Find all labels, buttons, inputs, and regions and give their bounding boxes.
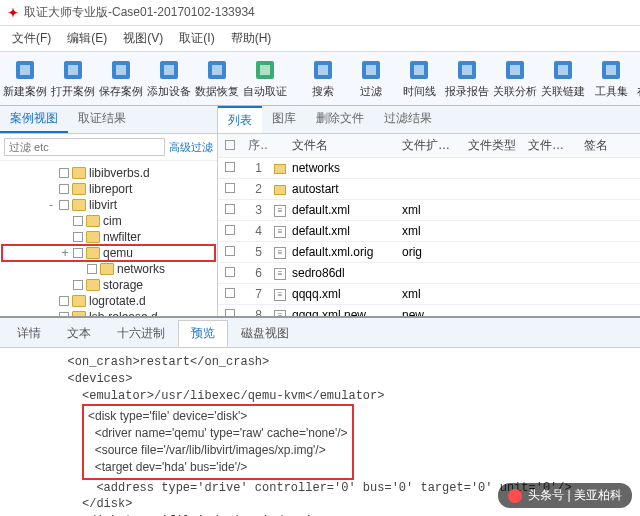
table-row[interactable]: 6≡sedro86dl — [218, 263, 640, 284]
tree-node[interactable]: libreport — [2, 181, 215, 197]
folder-icon — [274, 164, 286, 174]
file-table: 序号 文件名 文件扩展名 文件类型 文件分类 签名 1networks2auto… — [218, 134, 640, 316]
link-build-button[interactable]: 关联链建 — [540, 56, 586, 101]
bottom-tab[interactable]: 预览 — [178, 320, 228, 347]
row-checkbox[interactable] — [225, 225, 235, 235]
col-name[interactable]: 文件名 — [286, 134, 396, 157]
tree-node[interactable]: +qemu — [2, 245, 215, 261]
search-button[interactable]: 搜索 — [300, 56, 346, 101]
window-title: 取证大师专业版-Case01-20170102-133934 — [24, 4, 255, 21]
table-row[interactable]: 2autostart — [218, 179, 640, 200]
table-header: 序号 文件名 文件扩展名 文件类型 文件分类 签名 — [218, 134, 640, 158]
menu-item[interactable]: 帮助(H) — [225, 28, 278, 49]
checkbox-icon[interactable] — [73, 280, 83, 290]
bottom-tab[interactable]: 详情 — [4, 320, 54, 347]
watermark-text: 头条号 | 美亚柏科 — [528, 487, 622, 504]
file-icon: ≡ — [274, 226, 286, 238]
folder-icon — [72, 167, 86, 179]
filter-button[interactable]: 过滤 — [348, 56, 394, 101]
menu-item[interactable]: 文件(F) — [6, 28, 57, 49]
timeline-button[interactable]: 时间线 — [396, 56, 442, 101]
row-checkbox[interactable] — [225, 183, 235, 193]
tree-node[interactable]: libibverbs.d — [2, 165, 215, 181]
row-checkbox[interactable] — [225, 288, 235, 298]
bottom-tab[interactable]: 磁盘视图 — [228, 320, 302, 347]
link-analysis-button[interactable]: 关联分析 — [492, 56, 538, 101]
table-row[interactable]: 3≡default.xmlxml — [218, 200, 640, 221]
checkbox-icon[interactable] — [59, 200, 69, 210]
right-tab[interactable]: 图库 — [262, 106, 306, 133]
svg-rect-15 — [366, 65, 376, 75]
app-logo-icon: ✦ — [8, 6, 18, 20]
bookmark-button[interactable]: 报录报告 — [444, 56, 490, 101]
file-icon: ≡ — [274, 247, 286, 259]
row-checkbox[interactable] — [225, 204, 235, 214]
row-checkbox[interactable] — [225, 246, 235, 256]
advanced-filter-link[interactable]: 高级过滤 — [169, 140, 213, 155]
right-tab[interactable]: 过滤结果 — [374, 106, 442, 133]
col-cat[interactable]: 文件分类 — [522, 134, 578, 157]
checkbox-icon[interactable] — [73, 232, 83, 242]
data-recovery-button[interactable]: 数据恢复 — [194, 56, 240, 101]
online-help-button[interactable]: 在线帮助 — [636, 56, 640, 101]
right-tab[interactable]: 列表 — [218, 106, 262, 133]
tree-node[interactable]: networks — [2, 261, 215, 277]
table-row[interactable]: 4≡default.xmlxml — [218, 221, 640, 242]
folder-icon — [274, 185, 286, 195]
toolset-button[interactable]: 工具集 — [588, 56, 634, 101]
checkbox-icon[interactable] — [59, 312, 69, 316]
folder-tree[interactable]: libibverbs.dlibreport-libvirtcimnwfilter… — [0, 161, 217, 316]
col-type[interactable]: 文件类型 — [462, 134, 522, 157]
header-checkbox[interactable] — [225, 140, 235, 150]
save-case-button[interactable]: 保存案例 — [98, 56, 144, 101]
table-row[interactable]: 1networks — [218, 158, 640, 179]
col-sig[interactable]: 签名 — [578, 134, 618, 157]
checkbox-icon[interactable] — [59, 184, 69, 194]
tree-node[interactable]: nwfilter — [2, 229, 215, 245]
row-checkbox[interactable] — [225, 267, 235, 277]
checkbox-icon[interactable] — [73, 248, 83, 258]
svg-rect-13 — [318, 65, 328, 75]
new-case-button[interactable]: 新建案例 — [2, 56, 48, 101]
checkbox-icon[interactable] — [59, 296, 69, 306]
folder-icon — [72, 199, 86, 211]
tree-node[interactable]: storage — [2, 277, 215, 293]
table-row[interactable]: 7≡qqqq.xmlxml — [218, 284, 640, 305]
bottom-tab[interactable]: 文本 — [54, 320, 104, 347]
menu-item[interactable]: 视图(V) — [117, 28, 169, 49]
checkbox-icon[interactable] — [87, 264, 97, 274]
filter-input[interactable] — [4, 138, 165, 156]
tree-node[interactable]: logrotate.d — [2, 293, 215, 309]
svg-rect-1 — [20, 65, 30, 75]
checkbox-icon[interactable] — [73, 216, 83, 226]
tree-node[interactable]: -libvirt — [2, 197, 215, 213]
row-checkbox[interactable] — [225, 309, 235, 316]
bottom-tab[interactable]: 十六进制 — [104, 320, 178, 347]
tree-node[interactable]: lsb-release.d — [2, 309, 215, 316]
col-num[interactable]: 序号 — [242, 134, 268, 157]
folder-icon — [86, 247, 100, 259]
title-bar: ✦ 取证大师专业版-Case01-20170102-133934 — [0, 0, 640, 26]
menu-item[interactable]: 取证(I) — [173, 28, 220, 49]
table-row[interactable]: 5≡default.xml.origorig — [218, 242, 640, 263]
right-tab[interactable]: 删除文件 — [306, 106, 374, 133]
svg-rect-9 — [212, 65, 222, 75]
open-case-button[interactable]: 打开案例 — [50, 56, 96, 101]
left-tab[interactable]: 取证结果 — [68, 106, 136, 133]
folder-icon — [72, 295, 86, 307]
add-device-button[interactable]: 添加设备 — [146, 56, 192, 101]
table-row[interactable]: 8≡qqqq.xml.newnew — [218, 305, 640, 316]
tree-node[interactable]: cim — [2, 213, 215, 229]
col-ext[interactable]: 文件扩展名 — [396, 134, 462, 157]
menu-item[interactable]: 编辑(E) — [61, 28, 113, 49]
left-tab[interactable]: 案例视图 — [0, 106, 68, 133]
svg-rect-25 — [606, 65, 616, 75]
left-tabs: 案例视图取证结果 — [0, 106, 217, 134]
checkbox-icon[interactable] — [59, 168, 69, 178]
svg-rect-21 — [510, 65, 520, 75]
watermark: 头条号 | 美亚柏科 — [498, 483, 632, 508]
auto-forensic-button[interactable]: 自动取证 — [242, 56, 288, 101]
bottom-tabs: 详情文本十六进制预览磁盘视图 — [0, 318, 640, 348]
row-checkbox[interactable] — [225, 162, 235, 172]
svg-rect-23 — [558, 65, 568, 75]
